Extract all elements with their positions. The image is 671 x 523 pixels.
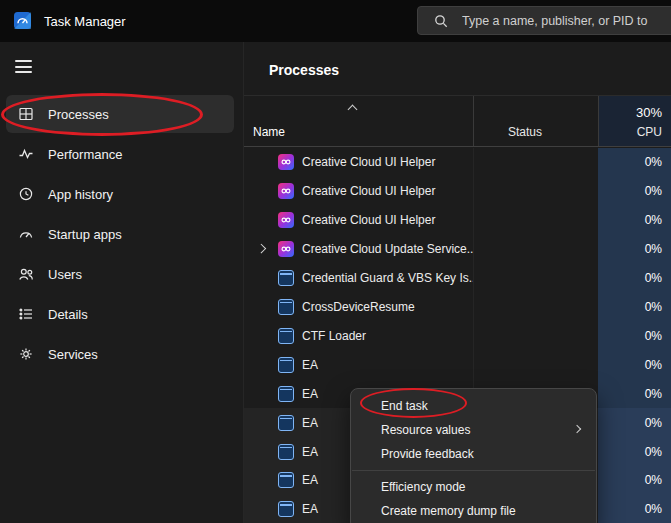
- name-cell: CTF Loader: [244, 321, 473, 350]
- menu-item-end-task[interactable]: End task: [351, 394, 596, 418]
- menu-item-provide-feedback[interactable]: Provide feedback: [351, 442, 596, 466]
- cpu-cell: 0%: [598, 235, 671, 264]
- context-menu: End task Resource values Provide feedbac…: [350, 388, 597, 523]
- column-header-status[interactable]: Status: [473, 96, 598, 146]
- name-cell: Credential Guard & VBS Key Is...: [244, 264, 473, 293]
- sidebar: Processes Performance App history Startu…: [0, 42, 243, 523]
- creative-cloud-icon: [278, 241, 294, 257]
- process-name: EA: [302, 473, 318, 487]
- table-row[interactable]: Credential Guard & VBS Key Is... 0%: [244, 264, 671, 293]
- menu-item-resource-values[interactable]: Resource values: [351, 418, 596, 442]
- table-header: Name Status 30% CPU: [244, 95, 671, 147]
- process-name: EA: [302, 502, 318, 516]
- sidebar-item-performance[interactable]: Performance: [6, 135, 234, 173]
- creative-cloud-icon: [278, 183, 294, 199]
- sidebar-item-label: App history: [48, 187, 113, 202]
- task-manager-app-icon: [14, 12, 31, 29]
- processes-grid-icon: [18, 106, 34, 122]
- sidebar-item-label: Details: [48, 307, 88, 322]
- sidebar-item-users[interactable]: Users: [6, 255, 234, 293]
- cpu-cell: 0%: [598, 321, 671, 350]
- users-people-icon: [18, 266, 34, 282]
- menu-item-create-memory-dump[interactable]: Create memory dump file: [351, 499, 596, 523]
- process-name: Creative Cloud UI Helper: [302, 213, 435, 227]
- app-window-icon: [278, 270, 294, 286]
- process-name: Credential Guard & VBS Key Is...: [302, 271, 473, 285]
- app-window-icon: [278, 501, 294, 517]
- services-gear-icon: [18, 346, 34, 362]
- app-window-icon: [278, 299, 294, 315]
- process-name: Creative Cloud UI Helper: [302, 184, 435, 198]
- table-row[interactable]: Creative Cloud UI Helper 0%: [244, 177, 671, 206]
- details-list-icon: [18, 306, 34, 322]
- table-row[interactable]: Creative Cloud UI Helper 0%: [244, 148, 671, 177]
- name-cell: Creative Cloud UI Helper: [244, 148, 473, 177]
- app-window-icon: [278, 472, 294, 488]
- task-manager-window: Task Manager Processes Performance App h…: [0, 0, 671, 523]
- sidebar-item-label: Startup apps: [48, 227, 122, 242]
- cpu-cell: 0%: [598, 177, 671, 206]
- cpu-cell: 0%: [598, 379, 671, 408]
- sidebar-item-label: Processes: [48, 107, 109, 122]
- titlebar: Task Manager: [0, 0, 671, 42]
- cpu-cell: 0%: [598, 148, 671, 177]
- process-name: Creative Cloud Update Service...: [302, 242, 473, 256]
- table-row[interactable]: Creative Cloud UI Helper 0%: [244, 206, 671, 235]
- creative-cloud-icon: [278, 212, 294, 228]
- process-name: EA: [302, 358, 318, 372]
- history-clock-icon: [18, 186, 34, 202]
- search-input[interactable]: [417, 6, 671, 35]
- process-name: Creative Cloud UI Helper: [302, 155, 435, 169]
- cpu-total-usage: 30%: [636, 105, 662, 120]
- sidebar-item-app-history[interactable]: App history: [6, 175, 234, 213]
- submenu-chevron-icon: [573, 425, 581, 433]
- sidebar-item-label: Performance: [48, 147, 122, 162]
- process-name: CTF Loader: [302, 329, 366, 343]
- sidebar-item-startup-apps[interactable]: Startup apps: [6, 215, 234, 253]
- column-header-cpu[interactable]: 30% CPU: [598, 96, 671, 146]
- sort-ascending-icon: [348, 105, 358, 115]
- sidebar-item-details[interactable]: Details: [6, 295, 234, 333]
- status-cell: [473, 321, 598, 350]
- cpu-cell: 0%: [598, 350, 671, 379]
- status-cell: [473, 206, 598, 235]
- sidebar-item-processes[interactable]: Processes: [6, 95, 234, 133]
- creative-cloud-icon: [278, 154, 294, 170]
- name-cell: CrossDeviceResume: [244, 293, 473, 322]
- menu-item-efficiency-mode[interactable]: Efficiency mode: [351, 475, 596, 499]
- sidebar-item-label: Services: [48, 347, 98, 362]
- hamburger-menu-icon[interactable]: [15, 60, 32, 77]
- table-row[interactable]: Creative Cloud Update Service... 0%: [244, 235, 671, 264]
- app-window-icon: [278, 415, 294, 431]
- cpu-cell: 0%: [598, 293, 671, 322]
- table-row[interactable]: CrossDeviceResume 0%: [244, 293, 671, 322]
- cpu-cell: 0%: [598, 408, 671, 437]
- process-name: EA: [302, 387, 318, 401]
- name-cell: Creative Cloud Update Service...: [244, 235, 473, 264]
- menu-separator: [352, 470, 595, 471]
- status-cell: [473, 350, 598, 379]
- app-window-icon: [278, 444, 294, 460]
- status-cell: [473, 177, 598, 206]
- search-icon: [434, 14, 448, 32]
- name-cell: EA: [244, 350, 473, 379]
- cpu-cell: 0%: [598, 264, 671, 293]
- app-window-icon: [278, 357, 294, 373]
- table-row[interactable]: EA 0%: [244, 350, 671, 379]
- page-title: Processes: [269, 62, 339, 78]
- sidebar-item-services[interactable]: Services: [6, 335, 234, 373]
- status-cell: [473, 293, 598, 322]
- window-title: Task Manager: [44, 14, 126, 29]
- startup-gauge-icon: [18, 226, 34, 242]
- process-name: EA: [302, 416, 318, 430]
- cpu-cell: 0%: [598, 466, 671, 495]
- status-cell: [473, 148, 598, 177]
- cpu-cell: 0%: [598, 495, 671, 523]
- column-header-name[interactable]: Name: [244, 96, 473, 146]
- cpu-cell: 0%: [598, 437, 671, 466]
- table-row[interactable]: CTF Loader 0%: [244, 321, 671, 350]
- search-box: [417, 6, 671, 35]
- sidebar-item-label: Users: [48, 267, 82, 282]
- name-cell: Creative Cloud UI Helper: [244, 177, 473, 206]
- process-name: CrossDeviceResume: [302, 300, 415, 314]
